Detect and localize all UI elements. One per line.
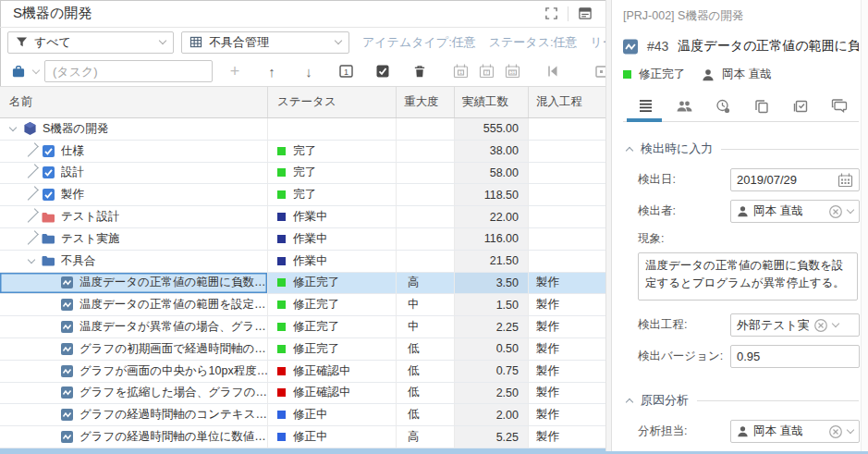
expander-icon[interactable]	[24, 253, 39, 268]
quick-filter-status[interactable]: ステータス:任意	[489, 34, 578, 51]
item-name-cell: 製作	[0, 184, 268, 205]
table-row[interactable]: 不具合作業中21.50	[0, 251, 605, 273]
status-cell: 作業中	[268, 228, 397, 250]
clear-icon[interactable]	[828, 204, 843, 219]
table-row[interactable]: グラフの経過時間軸の単位に数値…修正中高5.25製作	[0, 426, 605, 448]
detect-version-input[interactable]: 0.95	[730, 345, 860, 368]
status-cell: 修正完了	[268, 294, 397, 315]
tab-history[interactable]	[704, 91, 743, 121]
tab-copy[interactable]	[742, 91, 781, 121]
expander-icon[interactable]	[24, 231, 39, 246]
new-item-type-chevron-icon[interactable]	[32, 66, 40, 73]
left-panel-titlebar: S機器の開発	[0, 0, 605, 28]
calendar-day-icon[interactable]: 1	[449, 60, 471, 82]
column-header-actual-hours[interactable]: 実績工数	[455, 87, 529, 117]
injected-process-cell	[529, 184, 605, 205]
status-color-square	[277, 433, 286, 441]
detect-process-select[interactable]: 外部テスト実施	[730, 313, 860, 337]
chevron-down-icon[interactable]	[847, 206, 854, 214]
column-header-status[interactable]: ステータス	[268, 87, 397, 117]
table-row[interactable]: 製作完了118.50	[0, 184, 605, 206]
section-analysis-header[interactable]: 原因分析	[627, 392, 859, 409]
item-name-label: テスト実施	[61, 231, 119, 247]
table-row[interactable]: S機器の開発555.00	[0, 118, 605, 141]
nav-first-icon[interactable]	[542, 60, 564, 82]
table-row[interactable]: 設計完了58.00	[0, 163, 605, 185]
table-row[interactable]: グラフを拡縮した場合、グラフの…修正確認中低2.50製作	[0, 383, 605, 405]
expander-icon[interactable]	[24, 143, 39, 158]
nav-today-icon[interactable]	[590, 60, 605, 82]
item-id: #43	[647, 39, 668, 54]
quick-filter-item-type[interactable]: アイテムタイプ:任意	[362, 34, 476, 51]
item-name-label: 温度データが異常値の場合、グラ…	[79, 319, 266, 335]
item-name-cell: グラフが画面の中央から10px程度…	[0, 361, 268, 382]
clear-icon[interactable]	[813, 318, 828, 333]
injected-process-cell	[529, 118, 605, 140]
fullscreen-icon[interactable]	[540, 4, 562, 24]
actual-hours-cell: 38.00	[455, 141, 529, 162]
tab-members[interactable]	[666, 91, 704, 121]
chevron-down-icon[interactable]	[832, 320, 839, 327]
move-down-icon[interactable]: ↓	[298, 60, 320, 82]
table-row[interactable]: グラフの初期画面で経過時間軸の…修正完了低0.50製作	[0, 338, 605, 361]
chevron-down-icon[interactable]	[847, 426, 854, 434]
delete-icon[interactable]	[409, 60, 431, 82]
bug-icon	[59, 299, 74, 311]
level-icon[interactable]: 1	[335, 60, 357, 82]
blue-folder-icon	[41, 255, 55, 266]
add-icon[interactable]: +	[224, 60, 246, 82]
table-row[interactable]: テスト実施作業中116.00	[0, 228, 605, 251]
table-row[interactable]: グラフが画面の中央から10px程度…修正確認中低0.75製作	[0, 361, 605, 383]
table-row[interactable]: 温度データの正常値の範囲に負数…修正完了高3.50製作	[0, 273, 605, 295]
bug-icon	[59, 365, 74, 377]
table-row[interactable]: グラフの経過時間軸のコンテキス…修正中低2.00製作	[0, 404, 605, 426]
expander-icon[interactable]	[24, 188, 39, 202]
new-item-input[interactable]	[44, 60, 213, 82]
expander-icon[interactable]	[24, 210, 39, 225]
status-cell: 修正完了	[268, 316, 397, 337]
item-detail-panel: [PRJ-002] S機器の開発 #43 温度データの正常値の範囲に負数を設定 …	[612, 0, 868, 451]
calendar-week-icon[interactable]: 7	[475, 60, 497, 82]
calendar-icon[interactable]	[837, 173, 853, 188]
actual-hours-cell: 555.00	[455, 118, 529, 140]
detector-select[interactable]: 岡本 直哉	[730, 200, 860, 223]
status-color-square	[623, 70, 631, 79]
tab-details[interactable]	[627, 91, 666, 121]
table-row[interactable]: 温度データが異常値の場合、グラ…修正完了中2.25製作	[0, 316, 605, 338]
analyst-select[interactable]: 岡本 直哉	[730, 420, 860, 443]
injected-process-cell: 製作	[529, 361, 605, 382]
status-label: 作業中	[293, 209, 328, 225]
tab-checklist[interactable]	[781, 91, 820, 121]
move-up-icon[interactable]: ↑	[261, 60, 283, 82]
status-label: 修正中	[293, 429, 328, 445]
table-row[interactable]: 仕様完了38.00	[0, 141, 605, 163]
table-row[interactable]: テスト設計作業中22.00	[0, 206, 605, 228]
tab-comments[interactable]	[820, 91, 859, 121]
actual-hours-cell: 2.00	[455, 404, 529, 425]
column-header-name[interactable]: 名前	[0, 87, 268, 117]
scope-filter-dropdown[interactable]: すべて	[7, 31, 174, 54]
column-header-injected-process[interactable]: 混入工程	[529, 87, 605, 117]
section-rule	[721, 149, 859, 150]
item-name-label: 製作	[61, 187, 84, 202]
clear-icon[interactable]	[828, 424, 843, 439]
detect-date-input[interactable]: 2019/07/29	[730, 168, 860, 191]
expander-icon[interactable]	[6, 121, 20, 136]
phenomenon-textarea[interactable]: 温度データの正常値の範囲に負数を設定するとプログラムが異常停止する。	[638, 252, 858, 301]
expander-icon[interactable]	[24, 166, 39, 180]
table-row[interactable]: 温度データの正常値の範囲を設定…修正完了中1.50製作	[0, 294, 605, 316]
bug-icon	[59, 276, 74, 288]
injected-process-cell	[529, 163, 605, 184]
section-detection-header[interactable]: 検出時に入力	[627, 141, 859, 157]
status-color-square	[277, 213, 286, 221]
detail-panel-toggle-icon[interactable]	[574, 4, 596, 24]
view-dropdown[interactable]: 不具合管理	[181, 31, 349, 54]
calendar-month-icon[interactable]: 31	[501, 60, 523, 82]
quick-filter-leader[interactable]: リーダー:任意	[591, 34, 605, 51]
column-header-severity[interactable]: 重大度	[397, 87, 455, 117]
injected-process-cell	[529, 251, 605, 272]
vertical-scrollbar[interactable]	[861, 0, 868, 451]
complete-check-icon[interactable]	[372, 60, 394, 82]
item-name-cell: テスト実施	[0, 228, 268, 250]
new-item-icon[interactable]	[7, 60, 30, 82]
